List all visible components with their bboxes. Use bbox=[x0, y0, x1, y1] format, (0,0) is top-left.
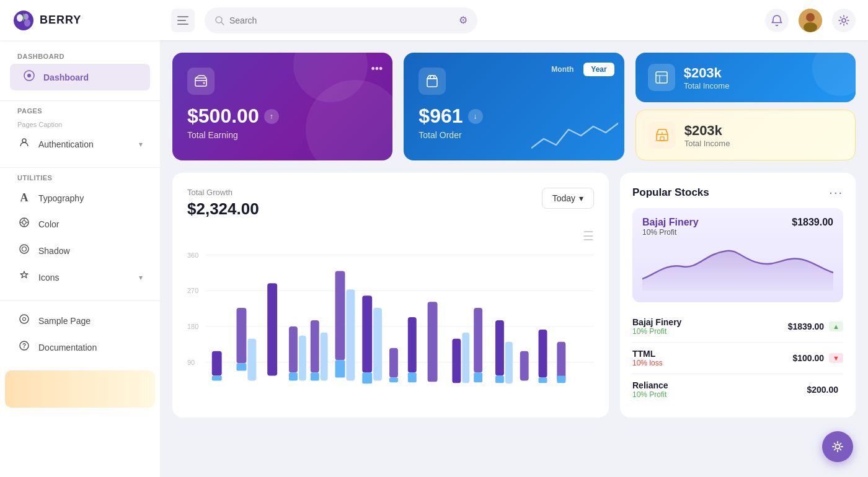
bar-blue-2 bbox=[237, 364, 247, 371]
bar-purple-8 bbox=[389, 348, 398, 378]
bar-blue-15 bbox=[539, 377, 547, 383]
featured-stock-name: Bajaj Finery bbox=[642, 217, 699, 228]
bar-purple-2 bbox=[237, 308, 247, 363]
topbar: BERRY ⚙ bbox=[0, 0, 868, 40]
svg-rect-31 bbox=[427, 79, 437, 87]
y-label-180: 180 bbox=[187, 323, 198, 330]
stocks-header: Popular Stocks ··· bbox=[632, 185, 843, 199]
bar-purple-11 bbox=[452, 339, 461, 383]
dropdown-chevron-icon: ▾ bbox=[579, 193, 583, 203]
bar-light-7 bbox=[373, 308, 382, 380]
berry-logo-icon bbox=[12, 9, 35, 32]
fab-settings-icon bbox=[831, 440, 844, 453]
svg-rect-35 bbox=[657, 134, 668, 141]
bar-group-7 bbox=[362, 295, 382, 383]
stock-item-reliance-info: Reliance 10% Profit bbox=[632, 380, 807, 399]
bar-group-12 bbox=[474, 308, 482, 382]
app-name: BERRY bbox=[40, 14, 81, 27]
shadow-svg-icon bbox=[19, 243, 30, 255]
auth-chevron-icon: ▾ bbox=[139, 140, 143, 149]
chart-menu-icon[interactable]: ☰ bbox=[187, 229, 594, 243]
total-earning-card: ••• $500.00 ↑ Total Earning bbox=[172, 53, 392, 160]
bar-purple-1 bbox=[212, 351, 222, 376]
sidebar-item-dashboard[interactable]: Dashboard bbox=[10, 64, 150, 90]
search-input[interactable] bbox=[229, 15, 454, 25]
chart-title: Total Growth bbox=[187, 188, 259, 197]
earning-label: Total Earning bbox=[187, 130, 378, 140]
bar-blue-12 bbox=[474, 372, 482, 382]
svg-point-16 bbox=[22, 139, 26, 142]
order-wave-chart bbox=[531, 117, 618, 154]
y-label-270: 270 bbox=[187, 287, 198, 294]
sidebar-pages-caption: Pages Caption bbox=[5, 118, 155, 131]
total-order-card: Month Year $961 ↓ Total Order bbox=[404, 53, 624, 160]
bar-group-6 bbox=[335, 271, 355, 380]
bar-purple-15 bbox=[539, 330, 547, 378]
bar-group-4 bbox=[289, 326, 306, 380]
svg-rect-6 bbox=[177, 20, 186, 21]
stock-ttml-badge: ▼ bbox=[829, 353, 843, 363]
bar-purple-14 bbox=[520, 351, 529, 381]
total-income-top-card: $203k Total Income bbox=[636, 53, 856, 102]
bar-purple-7 bbox=[362, 295, 372, 372]
stock-bajaj-profit: 10% Profit bbox=[632, 327, 788, 336]
main-content: ••• $500.00 ↑ Total Earning bbox=[160, 40, 868, 477]
stock-item-reliance: Reliance 10% Profit $200.00 bbox=[632, 374, 843, 405]
cards-row: ••• $500.00 ↑ Total Earning bbox=[172, 53, 856, 160]
sidebar-item-authentication[interactable]: Authentication ▾ bbox=[5, 131, 155, 157]
sample-page-svg-icon bbox=[19, 313, 30, 325]
user-avatar[interactable] bbox=[799, 9, 822, 32]
avatar-image bbox=[799, 9, 822, 32]
menu-button[interactable] bbox=[171, 9, 195, 32]
filter-icon[interactable]: ⚙ bbox=[459, 14, 467, 26]
bar-blue-4 bbox=[289, 372, 298, 380]
period-selector: Month Year bbox=[544, 63, 614, 76]
documentation-label: Documentation bbox=[38, 343, 97, 352]
stocks-more-icon[interactable]: ··· bbox=[829, 185, 843, 199]
auth-svg-icon bbox=[19, 137, 30, 148]
bar-blue-6 bbox=[335, 361, 345, 378]
bar-blue-9 bbox=[408, 372, 417, 382]
sidebar-item-sample-page[interactable]: Sample Page bbox=[5, 307, 155, 334]
sidebar-item-documentation[interactable]: ? Documentation bbox=[5, 334, 155, 361]
notification-bell-button[interactable] bbox=[765, 9, 789, 32]
stock-reliance-profit: 10% Profit bbox=[632, 390, 807, 399]
bar-light-5 bbox=[321, 333, 328, 381]
svg-point-18 bbox=[22, 221, 26, 224]
bar-group-5 bbox=[311, 320, 328, 380]
color-label: Color bbox=[38, 219, 59, 229]
bar-group-11 bbox=[452, 333, 469, 383]
svg-point-13 bbox=[842, 19, 846, 22]
sidebar-item-shadow[interactable]: Shadow bbox=[5, 237, 155, 264]
logo-area: BERRY bbox=[12, 9, 161, 32]
earning-more-icon[interactable]: ••• bbox=[371, 63, 383, 76]
settings-button[interactable] bbox=[832, 9, 856, 32]
bar-blue-8 bbox=[389, 377, 398, 382]
fab-settings-button[interactable] bbox=[822, 431, 853, 462]
sidebar-section-pages: Pages bbox=[5, 107, 155, 118]
bar-light-13 bbox=[505, 342, 513, 384]
shopping-bag-icon bbox=[425, 74, 439, 88]
svg-point-11 bbox=[806, 13, 815, 22]
bar-purple-4 bbox=[289, 326, 298, 373]
bar-light-6 bbox=[346, 289, 355, 380]
sidebar-item-typography[interactable]: A Typography bbox=[5, 185, 155, 211]
sidebar-item-icons[interactable]: Icons ▾ bbox=[5, 264, 155, 291]
topbar-right bbox=[765, 9, 856, 32]
color-icon bbox=[17, 217, 31, 231]
income-bottom-text: $203k Total Income bbox=[684, 123, 843, 148]
typography-icon: A bbox=[17, 191, 31, 204]
order-down-arrow-icon: ↓ bbox=[468, 109, 483, 124]
month-button[interactable]: Month bbox=[544, 63, 581, 76]
svg-point-12 bbox=[804, 22, 817, 32]
documentation-icon: ? bbox=[17, 340, 31, 354]
stocks-title: Popular Stocks bbox=[632, 186, 709, 199]
bar-group-10 bbox=[428, 302, 438, 382]
income-bottom-icon bbox=[649, 121, 676, 149]
icons-chevron-icon: ▾ bbox=[139, 273, 143, 282]
year-button[interactable]: Year bbox=[583, 63, 614, 76]
today-period-button[interactable]: Today ▾ bbox=[542, 188, 594, 209]
bar-group-15 bbox=[539, 330, 547, 383]
bottom-row: Total Growth $2,324.00 Today ▾ ☰ 360 270… bbox=[172, 173, 856, 418]
sidebar-item-color[interactable]: Color bbox=[5, 211, 155, 237]
